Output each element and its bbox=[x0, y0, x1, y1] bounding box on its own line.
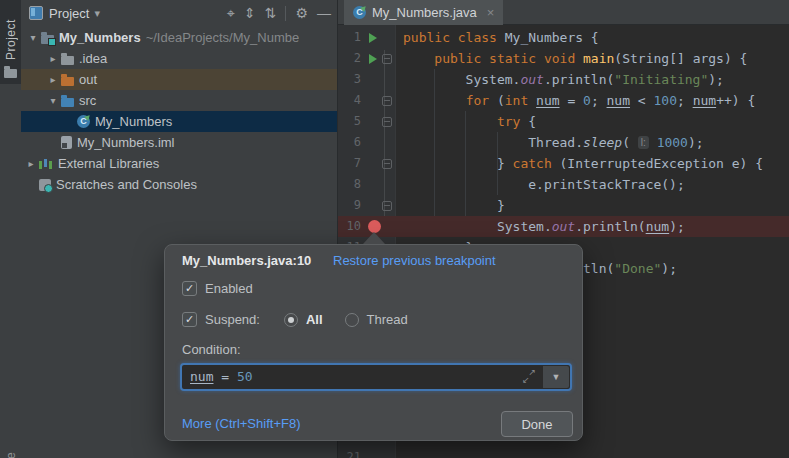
fold-icon[interactable] bbox=[382, 117, 392, 127]
code-text[interactable]: try { bbox=[396, 111, 789, 132]
tree-item-label: src bbox=[79, 93, 96, 108]
done-button[interactable]: Done bbox=[501, 411, 573, 437]
locate-icon[interactable]: ⌖ bbox=[227, 6, 235, 20]
expand-editor-icon[interactable]: ↗↙ bbox=[522, 367, 536, 385]
fold-icon[interactable] bbox=[382, 201, 392, 211]
enabled-checkbox[interactable]: ✓ bbox=[182, 281, 197, 296]
editor-tab-my-numbers-java[interactable]: My_Numbers.java × bbox=[344, 0, 503, 25]
folder-orange-icon bbox=[61, 77, 74, 86]
chevron-down-icon[interactable]: ▾ bbox=[45, 95, 61, 106]
line-number: 10 bbox=[338, 216, 361, 237]
code-line-1: 1public class My_Numbers { bbox=[338, 27, 789, 48]
line-number: 1 bbox=[338, 27, 361, 48]
iml-icon bbox=[61, 136, 72, 149]
tree-item-my-numbers[interactable]: ▾My_Numbers ~/IdeaProjects/My_Numbe bbox=[21, 27, 337, 48]
ide-window: Project Structure Project ▾ ⌖⇕⇅⚙— ▾My_Nu… bbox=[0, 0, 789, 458]
condition-input[interactable]: num = 50 ↗↙ ▼ bbox=[180, 363, 572, 391]
java-class-icon bbox=[353, 6, 366, 19]
suspend-thread-radio[interactable] bbox=[345, 313, 359, 327]
code-line-6: 6 Thread.sleep( l: 1000); bbox=[338, 132, 789, 153]
gutter-cell: 5 bbox=[338, 111, 396, 132]
code-line-7: 7 } catch (InterruptedException e) { bbox=[338, 153, 789, 174]
code-line-8: 8 e.printStackTrace(); bbox=[338, 174, 789, 195]
suspend-all-label[interactable]: All bbox=[306, 312, 323, 327]
code-text[interactable] bbox=[396, 447, 789, 458]
line-number: 3 bbox=[338, 69, 361, 90]
tree-item-out[interactable]: ▸out bbox=[21, 69, 337, 90]
tree-item-label: My_Numbers bbox=[59, 30, 141, 45]
chevron-down-icon[interactable]: ▾ bbox=[94, 7, 100, 20]
project-tree: ▾My_Numbers ~/IdeaProjects/My_Numbe▸.ide… bbox=[21, 27, 337, 195]
condition-history-dropdown[interactable]: ▼ bbox=[542, 366, 569, 388]
gutter-cell: 4 bbox=[338, 90, 396, 111]
tree-item-my-numbers-iml[interactable]: My_Numbers.iml bbox=[21, 132, 337, 153]
line-number: 2 bbox=[338, 48, 361, 69]
code-text[interactable]: for (int num = 0; num < 100; num++) { bbox=[396, 90, 789, 111]
project-stripe-label: Project bbox=[4, 4, 18, 60]
hide-icon[interactable]: — bbox=[317, 6, 331, 20]
tool-window-button-structure[interactable]: Structure bbox=[4, 430, 18, 458]
libraries-icon bbox=[39, 157, 53, 170]
code-text[interactable]: e.printStackTrace(); bbox=[396, 174, 789, 195]
code-text[interactable]: public static void main(String[] args) { bbox=[396, 48, 789, 69]
tree-item-src[interactable]: ▾src bbox=[21, 90, 337, 111]
code-text[interactable]: Thread.sleep( l: 1000); bbox=[396, 132, 789, 153]
run-icon[interactable] bbox=[369, 33, 382, 43]
code-text[interactable]: } catch (InterruptedException e) { bbox=[396, 153, 789, 174]
chevron-right-icon[interactable]: ▸ bbox=[23, 158, 39, 169]
tree-item-external-libraries[interactable]: ▸External Libraries bbox=[21, 153, 337, 174]
code-text[interactable]: } bbox=[396, 195, 789, 216]
gutter-cell: 9 bbox=[338, 195, 396, 216]
tree-item-my-numbers[interactable]: My_Numbers bbox=[21, 111, 337, 132]
code-line-3: 3 System.out.println("Initiating"); bbox=[338, 69, 789, 90]
more-settings-link[interactable]: More (Ctrl+Shift+F8) bbox=[182, 416, 300, 431]
condition-label: Condition: bbox=[182, 342, 241, 357]
folder-icon bbox=[4, 69, 17, 78]
gutter-cell: 7 bbox=[338, 153, 396, 174]
run-icon[interactable] bbox=[369, 54, 382, 64]
enabled-row: ✓ Enabled bbox=[182, 281, 253, 296]
close-icon[interactable]: × bbox=[487, 5, 495, 20]
code-text[interactable]: System.out.println("Initiating"); bbox=[396, 69, 789, 90]
chevron-down-icon[interactable]: ▾ bbox=[25, 32, 41, 43]
breakpoint-popup: My_Numbers.java:10 Restore previous brea… bbox=[164, 244, 583, 441]
tree-item-label: out bbox=[79, 72, 97, 87]
line-number: 9 bbox=[338, 195, 361, 216]
folder-blue-icon bbox=[61, 98, 74, 107]
restore-previous-breakpoint-link[interactable]: Restore previous breakpoint bbox=[333, 253, 496, 268]
code-line-10: 10 System.out.println(num); bbox=[338, 216, 789, 237]
tree-item-label: External Libraries bbox=[58, 156, 159, 171]
suspend-thread-label[interactable]: Thread bbox=[367, 312, 408, 327]
fold-icon[interactable] bbox=[382, 54, 392, 64]
suspend-checkbox[interactable]: ✓ bbox=[182, 312, 197, 327]
expand-all-icon[interactable]: ⇕ bbox=[244, 6, 256, 20]
code-text[interactable]: public class My_Numbers { bbox=[396, 27, 789, 48]
panel-title[interactable]: Project bbox=[49, 6, 89, 21]
tool-window-stripe: Project Structure bbox=[0, 0, 22, 458]
parameter-hint-badge: l: bbox=[638, 136, 649, 149]
tree-item-label: .idea bbox=[79, 51, 107, 66]
code-line-5: 5 try { bbox=[338, 111, 789, 132]
tree-item-label: My_Numbers.iml bbox=[77, 135, 175, 150]
collapse-all-icon[interactable]: ⇅ bbox=[265, 6, 277, 20]
chevron-right-icon[interactable]: ▸ bbox=[45, 74, 61, 85]
settings-icon[interactable]: ⚙ bbox=[295, 6, 308, 20]
tree-item-scratches-and-consoles[interactable]: Scratches and Consoles bbox=[21, 174, 337, 195]
suspend-all-radio[interactable] bbox=[284, 313, 298, 327]
gutter-cell: 8 bbox=[338, 174, 396, 195]
line-number: 4 bbox=[338, 90, 361, 111]
chevron-right-icon[interactable]: ▸ bbox=[45, 53, 61, 64]
folder-gray-icon bbox=[61, 56, 74, 65]
code-line-4: 4 for (int num = 0; num < 100; num++) { bbox=[338, 90, 789, 111]
fold-icon[interactable] bbox=[382, 96, 392, 106]
line-number: 21 bbox=[338, 447, 361, 458]
tool-window-button-project[interactable]: Project bbox=[0, 0, 21, 84]
suspend-label: Suspend: bbox=[205, 312, 260, 327]
tree-item-label: Scratches and Consoles bbox=[56, 177, 197, 192]
tree-item--idea[interactable]: ▸.idea bbox=[21, 48, 337, 69]
breakpoint-popup-title: My_Numbers.java:10 bbox=[182, 253, 311, 268]
project-folder-icon bbox=[41, 35, 54, 44]
popup-arrow bbox=[363, 232, 385, 244]
fold-icon[interactable] bbox=[382, 159, 392, 169]
code-text[interactable]: System.out.println(num); bbox=[396, 216, 789, 237]
